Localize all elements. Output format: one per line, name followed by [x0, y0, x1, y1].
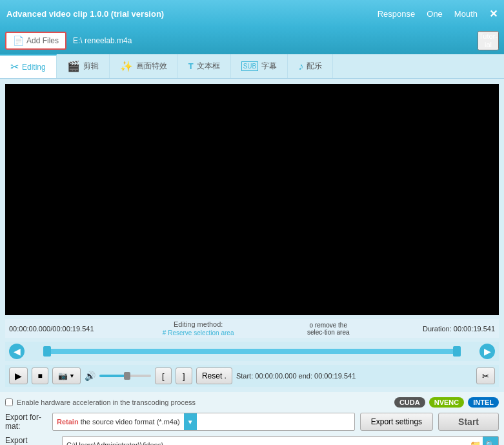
retain-bold: Retain	[57, 418, 79, 426]
volume-slider[interactable]	[99, 375, 151, 377]
reset-button[interactable]: Reset .	[196, 367, 232, 384]
close-button[interactable]: ✕	[489, 8, 498, 20]
export-settings-button[interactable]: Export settings	[360, 413, 433, 431]
timeline-handle-right[interactable]	[453, 346, 461, 357]
timeline-track[interactable]	[46, 349, 458, 354]
video-time-bar: 00:00:00.000/00:00:19.541 Editing method…	[5, 319, 499, 338]
add-files-label: Add Files	[26, 36, 59, 45]
remove-selection[interactable]: o remove the selec-tion area	[303, 322, 354, 336]
volume-thumb[interactable]	[124, 372, 130, 380]
location-search-button[interactable]: 🔍	[483, 437, 498, 445]
timeline-row: ◀ ▶	[5, 342, 499, 361]
export-area: Enable hardware acceleration in the tran…	[0, 392, 504, 445]
tab-music[interactable]: ♪ 配乐	[288, 54, 333, 78]
tab-cut[interactable]: 🎬 剪辑	[57, 54, 110, 78]
gpu-checkbox[interactable]	[5, 398, 13, 406]
format-select-container: Retain the source video format (*.m4a) ▼	[52, 413, 355, 431]
cuda-badge[interactable]: CUDA	[394, 397, 425, 408]
music-tab-icon: ♪	[298, 61, 303, 72]
timeline-handle-left[interactable]	[43, 346, 51, 357]
editing-method-container: Editing method: # Reserve selection area	[163, 320, 234, 336]
tab-cut-label: 剪辑	[83, 61, 99, 72]
start-export-button[interactable]: Start	[438, 413, 499, 431]
effects-tab-icon: ✨	[120, 60, 133, 72]
tab-subtitles[interactable]: SUB 字幕	[231, 54, 288, 78]
text-tab-icon: T	[188, 61, 194, 71]
toolbar: 📄 Add Files E:\ reneelab.m4a Tutor- ial	[0, 27, 504, 54]
tab-music-label: 配乐	[307, 61, 322, 72]
location-input-container: 📁 🔍	[62, 436, 499, 445]
timeline-end-button[interactable]: ▶	[479, 344, 495, 359]
tab-effects-label: 画面特效	[136, 61, 167, 72]
tab-editing-label: Editing	[22, 63, 46, 72]
tab-text[interactable]: T 文本框	[178, 54, 231, 78]
gpu-label: Enable hardware acceleration in the tran…	[17, 398, 390, 406]
mark-in-button[interactable]: [	[155, 367, 172, 384]
video-player[interactable]	[5, 84, 499, 315]
tab-special-effects[interactable]: ✨ 画面特效	[110, 54, 178, 78]
search-icon: 🔍	[485, 440, 496, 446]
title-actions: Response One Mouth ✕	[378, 8, 498, 20]
one-label: One	[427, 9, 443, 19]
controls-row: ▶ ■ 📷 ▼ 🔊 [ ] Reset . Start: 00:00:00.00…	[5, 365, 499, 387]
editing-method-label: Editing method:	[174, 320, 223, 328]
location-folder-button[interactable]: 📁	[467, 437, 483, 445]
app-title: Advanced video clip 1.0.0 (trial version…	[6, 9, 378, 19]
tab-text-label: 文本框	[197, 61, 220, 72]
tabs-bar: ✂ Editing 🎬 剪辑 ✨ 画面特效 T 文本框 SUB 字幕 ♪ 配乐	[0, 54, 504, 79]
file-path: E:\ reneelab.m4a	[73, 36, 471, 45]
snapshot-arrow-icon: ▼	[69, 373, 75, 379]
tab-editing[interactable]: ✂ Editing	[0, 54, 57, 78]
location-row: Export location: 📁 🔍	[5, 436, 499, 445]
folder-icon: 📁	[470, 440, 481, 445]
gpu-row: Enable hardware acceleration in the tran…	[5, 397, 499, 408]
export-location-input[interactable]	[63, 439, 467, 445]
retain-suffix: the source video format (*.m4a)	[79, 418, 180, 426]
mark-out-button[interactable]: ]	[176, 367, 192, 384]
export-location-label: Export location:	[5, 436, 57, 445]
time-range-display: Start: 00:00:00.000 end: 00:00:19.541	[236, 372, 472, 380]
format-row: Export for-mat: Retain the source video …	[5, 413, 499, 431]
volume-icon: 🔊	[85, 371, 96, 381]
format-dropdown-button[interactable]: ▼	[184, 413, 197, 430]
mouth-label: Mouth	[454, 9, 478, 19]
tutorial-button[interactable]: Tutor- ial	[478, 31, 499, 50]
add-files-button[interactable]: 📄 Add Files	[5, 32, 66, 50]
subtitles-tab-icon: SUB	[241, 61, 259, 71]
stop-button[interactable]: ■	[32, 367, 48, 384]
intel-badge[interactable]: INTEL	[468, 397, 499, 408]
video-duration: Duration: 00:00:19.541	[423, 325, 495, 333]
response-label: Response	[378, 9, 416, 19]
play-button[interactable]: ▶	[9, 367, 28, 384]
nvenc-badge[interactable]: NVENC	[429, 397, 465, 408]
main-area: 00:00:00.000/00:00:19.541 Editing method…	[0, 79, 504, 392]
cut-button[interactable]: ✂	[476, 367, 495, 384]
reserve-selection[interactable]: # Reserve selection area	[163, 329, 234, 336]
scissors-tab-icon: ✂	[10, 61, 19, 73]
cut-tab-icon: 🎬	[67, 60, 80, 72]
export-format-label: Export for-mat:	[5, 413, 47, 431]
title-bar: Advanced video clip 1.0.0 (trial version…	[0, 0, 504, 27]
snapshot-button[interactable]: 📷 ▼	[52, 367, 81, 384]
tab-subtitles-label: 字幕	[261, 61, 277, 72]
format-retain-text: Retain the source video format (*.m4a)	[53, 415, 184, 428]
video-current-time: 00:00:00.000/00:00:19.541	[9, 325, 94, 333]
file-icon: 📄	[13, 36, 24, 46]
timeline-start-button[interactable]: ◀	[9, 344, 25, 359]
camera-icon: 📷	[58, 371, 68, 380]
